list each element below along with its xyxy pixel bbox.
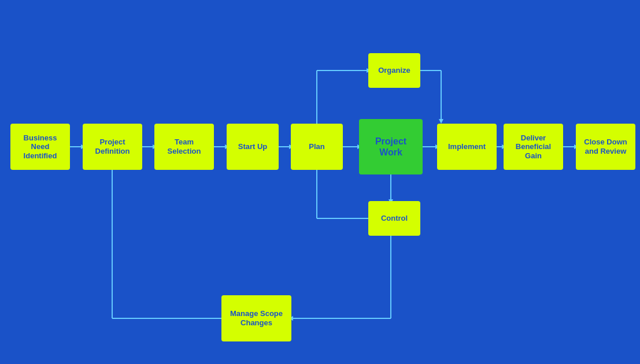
box-team-sel: Team Selection <box>154 124 214 170</box>
box-close: Close Down and Review <box>576 124 635 170</box>
box-implement: Implement <box>437 124 497 170</box>
box-manage-scope: Manage Scope Changes <box>221 295 291 341</box>
box-project-work: Project Work <box>359 119 423 174</box>
box-project-def: Project Definition <box>83 124 142 170</box>
box-business-need: Business Need Identified <box>10 124 70 170</box>
box-deliver: Deliver Beneficial Gain <box>504 124 563 170</box>
box-plan: Plan <box>291 124 343 170</box>
svg-marker-21 <box>439 119 443 124</box>
box-start-up: Start Up <box>227 124 279 170</box>
flow-diagram: Business Need Identified Project Definit… <box>0 0 640 364</box>
arrows-layer <box>0 0 640 364</box>
box-control: Control <box>368 201 420 236</box>
box-organize: Organize <box>368 53 420 88</box>
